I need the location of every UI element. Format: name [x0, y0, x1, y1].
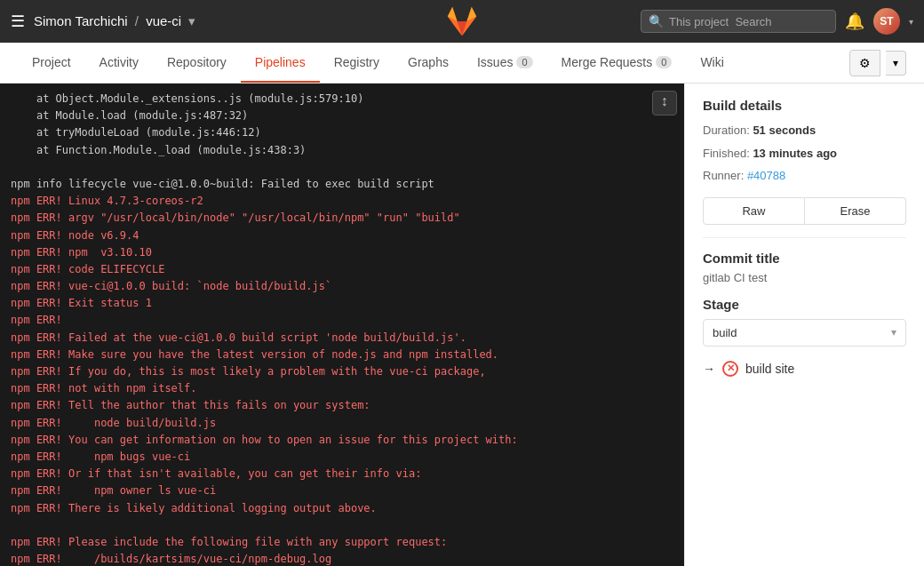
- search-box[interactable]: 🔍: [641, 10, 836, 33]
- gitlab-logo[interactable]: [446, 5, 478, 37]
- subnav-item-registry[interactable]: Registry: [320, 43, 394, 83]
- top-navbar: ☰ Simon Tarchichi / vue-ci ▾ 🔍 🔔 ST ▾: [0, 0, 924, 43]
- subnav-item-project[interactable]: Project: [18, 43, 85, 83]
- settings-chevron-button[interactable]: ▾: [886, 51, 906, 76]
- subnav-item-graphs[interactable]: Graphs: [394, 43, 463, 83]
- subnav-item-issues[interactable]: Issues 0: [463, 43, 547, 83]
- breadcrumb-project[interactable]: vue-ci: [146, 13, 181, 28]
- build-failed-icon: ✕: [722, 361, 738, 377]
- scroll-to-bottom-button[interactable]: ↕: [652, 91, 677, 116]
- subnav-item-merge-requests[interactable]: Merge Requests 0: [547, 43, 687, 83]
- subnav-left: Project Activity Repository Pipelines Re…: [18, 43, 738, 83]
- raw-erase-buttons: Raw Erase: [703, 197, 906, 225]
- duration-label: Duration:: [703, 124, 750, 137]
- duration-value: 51 seconds: [753, 124, 816, 137]
- main-content: ↕ at Object.Module._extensions..js (modu…: [0, 84, 924, 566]
- raw-button[interactable]: Raw: [703, 197, 805, 225]
- issues-badge: 0: [516, 56, 532, 68]
- avatar[interactable]: ST: [873, 8, 900, 35]
- sidebar-divider-1: [703, 237, 906, 238]
- finished-value: 13 minutes ago: [753, 147, 837, 160]
- subnav-item-pipelines[interactable]: Pipelines: [241, 43, 320, 83]
- settings-button[interactable]: ⚙: [849, 50, 880, 76]
- terminal-area[interactable]: ↕ at Object.Module._extensions..js (modu…: [0, 84, 684, 566]
- search-icon: 🔍: [649, 14, 664, 28]
- stage-label: Stage: [703, 297, 906, 312]
- stage-value: build: [713, 326, 737, 339]
- duration-row: Duration: 51 seconds: [703, 122, 906, 140]
- navbar-right: 🔍 🔔 ST ▾: [478, 8, 913, 35]
- subnav-item-wiki[interactable]: Wiki: [686, 43, 737, 83]
- runner-link[interactable]: #40788: [747, 169, 785, 182]
- stage-dropdown[interactable]: build ▾: [703, 319, 906, 347]
- finished-label: Finished:: [703, 147, 750, 160]
- merge-requests-badge: 0: [656, 56, 672, 68]
- breadcrumb-user[interactable]: Simon Tarchichi: [34, 13, 128, 28]
- runner-row: Runner: #40788: [703, 167, 906, 185]
- terminal-log-lines: at Object.Module._extensions..js (module…: [11, 91, 673, 566]
- build-link-arrow-icon: →: [703, 362, 715, 376]
- build-link-text[interactable]: build site: [745, 362, 794, 376]
- subnav-item-repository[interactable]: Repository: [153, 43, 241, 83]
- erase-button[interactable]: Erase: [805, 197, 906, 225]
- build-details-title: Build details: [703, 98, 906, 113]
- breadcrumb-separator: /: [135, 13, 139, 28]
- build-link-row: → ✕ build site: [703, 361, 906, 377]
- breadcrumb: Simon Tarchichi / vue-ci ▾: [34, 13, 199, 29]
- subnav: Project Activity Repository Pipelines Re…: [0, 43, 924, 84]
- subnav-item-activity[interactable]: Activity: [85, 43, 153, 83]
- bell-icon[interactable]: 🔔: [845, 12, 864, 31]
- runner-label: Runner:: [703, 169, 744, 182]
- breadcrumb-chevron: ▾: [188, 13, 195, 28]
- stage-dropdown-chevron-icon: ▾: [891, 326, 896, 339]
- subnav-right: ⚙ ▾: [849, 50, 906, 76]
- commit-title-value: gitlab CI test: [703, 271, 906, 284]
- navbar-center: [446, 5, 478, 37]
- avatar-chevron-icon[interactable]: ▾: [909, 17, 913, 27]
- hamburger-icon[interactable]: ☰: [11, 12, 25, 31]
- finished-row: Finished: 13 minutes ago: [703, 145, 906, 163]
- search-input[interactable]: [669, 15, 828, 28]
- sidebar: Build details Duration: 51 seconds Finis…: [684, 84, 924, 566]
- navbar-left: ☰ Simon Tarchichi / vue-ci ▾: [11, 12, 446, 31]
- commit-title-label: Commit title: [703, 251, 906, 266]
